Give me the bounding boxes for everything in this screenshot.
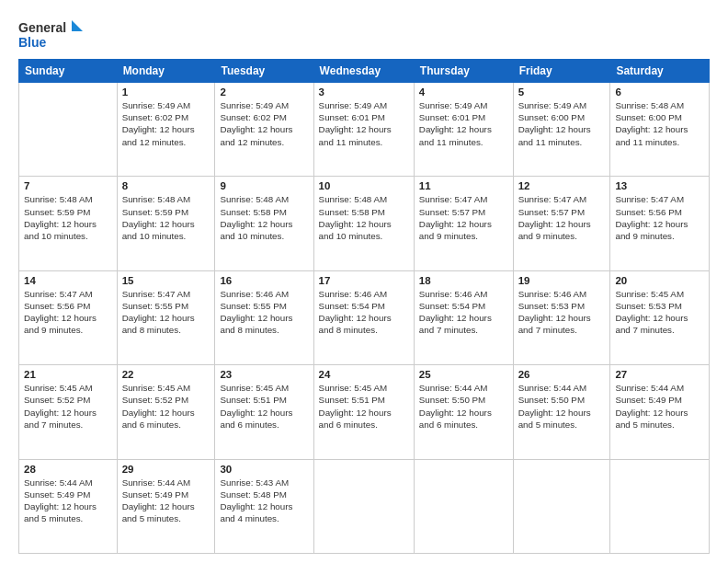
day-number: 28 xyxy=(24,464,112,475)
calendar-cell: 18Sunrise: 5:46 AMSunset: 5:54 PMDayligh… xyxy=(414,270,513,364)
calendar-cell: 29Sunrise: 5:44 AMSunset: 5:49 PMDayligh… xyxy=(117,459,215,553)
calendar-cell: 11Sunrise: 5:47 AMSunset: 5:57 PMDayligh… xyxy=(414,177,513,270)
day-detail: Sunrise: 5:47 AMSunset: 5:56 PMDaylight:… xyxy=(24,288,112,337)
calendar-cell: 14Sunrise: 5:47 AMSunset: 5:56 PMDayligh… xyxy=(19,270,118,364)
header: General Blue xyxy=(18,17,710,52)
weekday-header-cell: Sunday xyxy=(19,60,118,83)
weekday-header-cell: Saturday xyxy=(610,60,710,83)
day-detail: Sunrise: 5:44 AMSunset: 5:49 PMDaylight:… xyxy=(122,477,210,525)
day-number: 19 xyxy=(518,275,606,286)
weekday-header-cell: Thursday xyxy=(414,60,513,83)
calendar-cell: 19Sunrise: 5:46 AMSunset: 5:53 PMDayligh… xyxy=(513,270,610,364)
calendar-cell: 4Sunrise: 5:49 AMSunset: 6:01 PMDaylight… xyxy=(414,83,513,177)
calendar-row: 7Sunrise: 5:48 AMSunset: 5:59 PMDaylight… xyxy=(19,177,710,270)
calendar-cell: 10Sunrise: 5:48 AMSunset: 5:58 PMDayligh… xyxy=(313,177,414,270)
day-number: 9 xyxy=(220,180,308,191)
day-detail: Sunrise: 5:45 AMSunset: 5:52 PMDaylight:… xyxy=(122,382,210,431)
day-detail: Sunrise: 5:49 AMSunset: 6:02 PMDaylight:… xyxy=(220,99,308,148)
day-detail: Sunrise: 5:46 AMSunset: 5:55 PMDaylight:… xyxy=(220,288,308,337)
day-number: 24 xyxy=(319,369,409,380)
day-detail: Sunrise: 5:46 AMSunset: 5:54 PMDaylight:… xyxy=(319,288,409,337)
day-number: 5 xyxy=(518,86,606,98)
weekday-header-cell: Friday xyxy=(513,60,610,83)
calendar-cell: 23Sunrise: 5:45 AMSunset: 5:51 PMDayligh… xyxy=(215,365,313,459)
day-detail: Sunrise: 5:44 AMSunset: 5:50 PMDaylight:… xyxy=(419,382,508,431)
calendar-cell: 12Sunrise: 5:47 AMSunset: 5:57 PMDayligh… xyxy=(513,177,610,270)
calendar-cell: 24Sunrise: 5:45 AMSunset: 5:51 PMDayligh… xyxy=(313,365,414,459)
logo-svg: General Blue xyxy=(18,17,83,52)
calendar-cell: 9Sunrise: 5:48 AMSunset: 5:58 PMDaylight… xyxy=(215,177,313,270)
calendar-cell: 5Sunrise: 5:49 AMSunset: 6:00 PMDaylight… xyxy=(513,83,610,177)
day-detail: Sunrise: 5:43 AMSunset: 5:48 PMDaylight:… xyxy=(220,477,308,525)
weekday-header-row: SundayMondayTuesdayWednesdayThursdayFrid… xyxy=(19,60,710,83)
day-number: 22 xyxy=(122,369,210,380)
calendar-cell xyxy=(610,459,710,553)
calendar-cell xyxy=(19,83,118,177)
day-detail: Sunrise: 5:45 AMSunset: 5:53 PMDaylight:… xyxy=(615,288,704,337)
day-number: 12 xyxy=(518,180,606,191)
day-detail: Sunrise: 5:45 AMSunset: 5:51 PMDaylight:… xyxy=(319,382,409,431)
day-number: 30 xyxy=(220,464,308,475)
logo: General Blue xyxy=(18,17,83,52)
weekday-header-cell: Monday xyxy=(117,60,215,83)
page: General Blue SundayMondayTuesdayWednesda… xyxy=(0,0,728,563)
day-detail: Sunrise: 5:46 AMSunset: 5:54 PMDaylight:… xyxy=(419,288,508,337)
calendar-body: 1Sunrise: 5:49 AMSunset: 6:02 PMDaylight… xyxy=(19,83,710,554)
day-number: 25 xyxy=(419,369,508,380)
day-detail: Sunrise: 5:44 AMSunset: 5:49 PMDaylight:… xyxy=(615,382,704,431)
day-detail: Sunrise: 5:48 AMSunset: 5:59 PMDaylight:… xyxy=(122,193,210,242)
day-detail: Sunrise: 5:49 AMSunset: 6:00 PMDaylight:… xyxy=(518,99,606,148)
day-number: 1 xyxy=(122,86,210,98)
day-detail: Sunrise: 5:45 AMSunset: 5:52 PMDaylight:… xyxy=(24,382,112,431)
calendar-cell: 22Sunrise: 5:45 AMSunset: 5:52 PMDayligh… xyxy=(117,365,215,459)
day-number: 3 xyxy=(319,86,409,98)
day-detail: Sunrise: 5:44 AMSunset: 5:49 PMDaylight:… xyxy=(24,477,112,525)
day-number: 11 xyxy=(419,180,508,191)
calendar-cell: 25Sunrise: 5:44 AMSunset: 5:50 PMDayligh… xyxy=(414,365,513,459)
calendar-cell: 1Sunrise: 5:49 AMSunset: 6:02 PMDaylight… xyxy=(117,83,215,177)
calendar-cell: 26Sunrise: 5:44 AMSunset: 5:50 PMDayligh… xyxy=(513,365,610,459)
calendar-cell xyxy=(513,459,610,553)
day-number: 26 xyxy=(518,369,606,380)
day-detail: Sunrise: 5:49 AMSunset: 6:01 PMDaylight:… xyxy=(319,99,409,148)
day-number: 14 xyxy=(24,275,112,286)
day-number: 17 xyxy=(319,275,409,286)
calendar-cell: 7Sunrise: 5:48 AMSunset: 5:59 PMDaylight… xyxy=(19,177,118,270)
svg-text:General: General xyxy=(18,20,66,35)
calendar-cell: 15Sunrise: 5:47 AMSunset: 5:55 PMDayligh… xyxy=(117,270,215,364)
svg-text:Blue: Blue xyxy=(18,35,47,50)
calendar-cell: 2Sunrise: 5:49 AMSunset: 6:02 PMDaylight… xyxy=(215,83,313,177)
calendar-table: SundayMondayTuesdayWednesdayThursdayFrid… xyxy=(18,59,710,554)
calendar-cell: 3Sunrise: 5:49 AMSunset: 6:01 PMDaylight… xyxy=(313,83,414,177)
day-detail: Sunrise: 5:48 AMSunset: 5:58 PMDaylight:… xyxy=(319,193,409,242)
calendar-row: 1Sunrise: 5:49 AMSunset: 6:02 PMDaylight… xyxy=(19,83,710,177)
day-number: 27 xyxy=(615,369,704,380)
day-number: 4 xyxy=(419,86,508,98)
day-number: 10 xyxy=(319,180,409,191)
day-detail: Sunrise: 5:48 AMSunset: 5:58 PMDaylight:… xyxy=(220,193,308,242)
day-number: 7 xyxy=(24,180,112,191)
calendar-cell xyxy=(414,459,513,553)
calendar-cell: 16Sunrise: 5:46 AMSunset: 5:55 PMDayligh… xyxy=(215,270,313,364)
calendar-row: 14Sunrise: 5:47 AMSunset: 5:56 PMDayligh… xyxy=(19,270,710,364)
calendar-cell: 17Sunrise: 5:46 AMSunset: 5:54 PMDayligh… xyxy=(313,270,414,364)
calendar-row: 28Sunrise: 5:44 AMSunset: 5:49 PMDayligh… xyxy=(19,459,710,553)
day-detail: Sunrise: 5:49 AMSunset: 6:01 PMDaylight:… xyxy=(419,99,508,148)
calendar-cell: 6Sunrise: 5:48 AMSunset: 6:00 PMDaylight… xyxy=(610,83,710,177)
calendar-cell: 21Sunrise: 5:45 AMSunset: 5:52 PMDayligh… xyxy=(19,365,118,459)
day-detail: Sunrise: 5:45 AMSunset: 5:51 PMDaylight:… xyxy=(220,382,308,431)
day-number: 29 xyxy=(122,464,210,475)
day-number: 2 xyxy=(220,86,308,98)
day-detail: Sunrise: 5:49 AMSunset: 6:02 PMDaylight:… xyxy=(122,99,210,148)
weekday-header-cell: Wednesday xyxy=(313,60,414,83)
calendar-cell: 20Sunrise: 5:45 AMSunset: 5:53 PMDayligh… xyxy=(610,270,710,364)
day-number: 21 xyxy=(24,369,112,380)
day-number: 20 xyxy=(615,275,704,286)
day-detail: Sunrise: 5:47 AMSunset: 5:57 PMDaylight:… xyxy=(518,193,606,242)
calendar-row: 21Sunrise: 5:45 AMSunset: 5:52 PMDayligh… xyxy=(19,365,710,459)
day-detail: Sunrise: 5:47 AMSunset: 5:55 PMDaylight:… xyxy=(122,288,210,337)
day-detail: Sunrise: 5:47 AMSunset: 5:57 PMDaylight:… xyxy=(419,193,508,242)
day-number: 23 xyxy=(220,369,308,380)
day-detail: Sunrise: 5:44 AMSunset: 5:50 PMDaylight:… xyxy=(518,382,606,431)
day-number: 6 xyxy=(615,86,704,98)
